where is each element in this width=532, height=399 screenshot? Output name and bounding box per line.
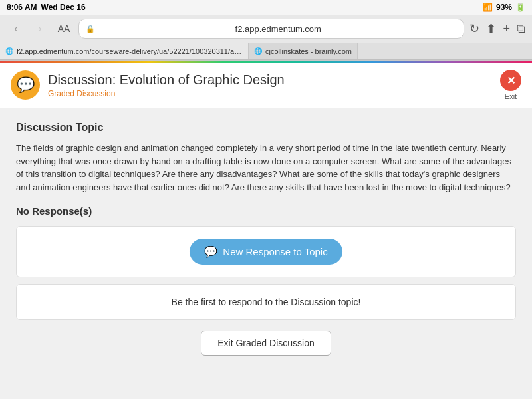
graded-discussion-label: Graded Discussion <box>48 89 285 98</box>
tab-favicon-edmentum: 🌐 <box>5 47 13 55</box>
address-bar[interactable]: 🔒 f2.app.edmentum.com <box>78 19 464 39</box>
tab-label-edmentum: f2.app.edmentum.com/courseware-delivery/… <box>17 47 243 55</box>
page-title: Discussion: Evolution of Graphic Design <box>48 72 285 88</box>
discussion-icon-glyph: 💬 <box>17 76 35 94</box>
lock-icon: 🔒 <box>86 25 95 33</box>
reader-label: AA <box>58 23 70 34</box>
browser-chrome: ‹ › AA 🔒 f2.app.edmentum.com ↻ ⬆ + ⧉ 🌐 f… <box>0 15 532 61</box>
battery-level: 93% <box>496 3 512 12</box>
battery-icon: 🔋 <box>515 3 525 12</box>
chat-icon: 💬 <box>204 245 217 258</box>
exit-circle-icon: ✕ <box>500 70 521 91</box>
tabs-bar: 🌐 f2.app.edmentum.com/courseware-deliver… <box>0 43 532 60</box>
new-response-button[interactable]: 💬 New Response to Topic <box>190 239 342 265</box>
exit-graded-discussion-button[interactable]: Exit Graded Discussion <box>201 331 331 356</box>
tabs-button[interactable]: ⧉ <box>517 22 525 36</box>
exit-header-button[interactable]: ✕ Exit <box>500 70 521 100</box>
content-area: Discussion Topic The fields of graphic d… <box>0 108 532 399</box>
exit-x-icon: ✕ <box>507 74 515 87</box>
tab-brainly[interactable]: 🌐 cjcollinskates - brainly.com <box>249 43 358 59</box>
title-main: Evolution of Graphic Design <box>120 72 285 87</box>
title-prefix: Discussion: <box>48 72 120 87</box>
header-text: Discussion: Evolution of Graphic Design … <box>48 72 285 98</box>
address-text: f2.app.edmentum.com <box>99 24 457 34</box>
share-button[interactable]: ⬆ <box>486 21 496 36</box>
status-bar: 8:06 AM Wed Dec 16 📶 93% 🔋 <box>0 0 532 15</box>
discussion-text: The fields of graphic design and animati… <box>16 142 516 194</box>
status-time: 8:06 AM <box>7 3 37 12</box>
exit-discussion-label: Exit Graded Discussion <box>217 338 315 348</box>
new-response-label: New Response to Topic <box>223 246 327 257</box>
first-respond-box: Be the first to respond to the Discussio… <box>16 284 516 320</box>
tab-label-brainly: cjcollinskates - brainly.com <box>265 47 352 55</box>
page-header: 💬 Discussion: Evolution of Graphic Desig… <box>0 63 532 108</box>
new-tab-button[interactable]: + <box>503 22 510 36</box>
section-title: Discussion Topic <box>16 122 516 134</box>
back-button[interactable]: ‹ <box>7 19 25 38</box>
reader-view-button[interactable]: AA <box>55 19 73 38</box>
status-day: Wed Dec 16 <box>41 3 86 12</box>
no-response-label: No Response(s) <box>16 205 516 217</box>
discussion-icon: 💬 <box>11 70 40 100</box>
reload-button[interactable]: ↻ <box>469 21 479 36</box>
forward-button[interactable]: › <box>31 19 49 38</box>
exit-header-label: Exit <box>505 92 517 100</box>
wifi-icon: 📶 <box>483 3 493 12</box>
first-respond-text: Be the first to respond to the Discussio… <box>172 297 361 307</box>
tab-favicon-brainly: 🌐 <box>254 47 262 55</box>
tab-edmentum[interactable]: 🌐 f2.app.edmentum.com/courseware-deliver… <box>0 43 249 59</box>
new-response-box: 💬 New Response to Topic <box>16 226 516 277</box>
